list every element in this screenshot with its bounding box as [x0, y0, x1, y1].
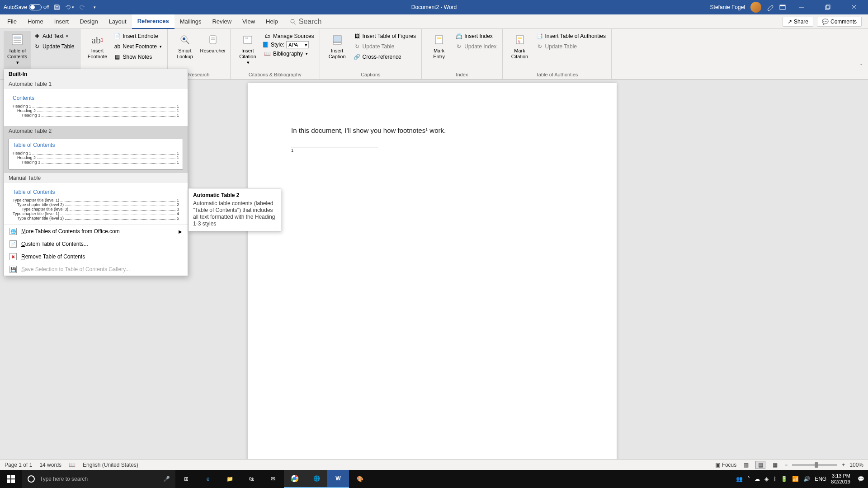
task-view-button[interactable]: ⊞ [175, 470, 197, 488]
update-toa-button[interactable]: ↻Update Table [534, 41, 608, 52]
tab-review[interactable]: Review [207, 14, 237, 29]
minimize-button[interactable] [791, 0, 812, 14]
focus-mode-button[interactable]: ▣ Focus [715, 462, 736, 468]
researcher-button[interactable]: Researcher [199, 31, 226, 71]
read-mode-button[interactable]: ▥ [741, 461, 751, 469]
collapse-ribbon-button[interactable]: ˄ [860, 63, 863, 70]
mark-entry-button[interactable]: Mark Entry [425, 31, 453, 71]
taskbar-word[interactable]: W [327, 470, 349, 488]
citation-style-select[interactable]: 📘 Style: APA▾ [262, 41, 316, 48]
page[interactable]: In this document, I'll show you how foot… [248, 83, 617, 488]
status-language[interactable]: English (United States) [83, 462, 138, 468]
tab-file[interactable]: File [2, 14, 22, 29]
taskbar-search[interactable]: Type here to search 🎤 [22, 470, 175, 488]
onedrive-icon[interactable]: ☁ [755, 476, 760, 482]
status-page[interactable]: Page 1 of 1 [5, 462, 32, 468]
dropbox-icon[interactable]: ◈ [764, 476, 769, 482]
redo-icon[interactable] [78, 3, 87, 12]
tray-chevron-icon[interactable]: ˄ [747, 476, 750, 482]
taskbar-search-placeholder: Type here to search [40, 476, 88, 482]
insert-footnote-button[interactable]: ab1 Insert Footnote [84, 31, 111, 71]
footnote-text[interactable]: 1 [291, 148, 573, 153]
undo-icon[interactable]: ▾ [65, 3, 74, 12]
insert-toa-button[interactable]: 📑Insert Table of Authorities [534, 31, 608, 41]
svg-rect-23 [437, 38, 441, 39]
next-footnote-button[interactable]: abNext Footnote▾ [112, 41, 164, 52]
bibliography-button[interactable]: 📖Bibliography▾ [262, 48, 316, 59]
taskbar-mail[interactable]: ✉ [262, 470, 284, 488]
mark-citation-button[interactable]: § Mark Citation [506, 31, 533, 71]
action-center-icon[interactable]: 💬 [858, 476, 864, 482]
zoom-out-button[interactable]: − [784, 462, 788, 468]
status-words[interactable]: 14 words [39, 462, 61, 468]
update-table-button[interactable]: ↻Update Table [32, 41, 76, 52]
share-button[interactable]: ↗Share [783, 17, 813, 27]
print-layout-button[interactable]: ▤ [755, 461, 765, 469]
dd-preview-manual: Table of Contents Type chapter title (le… [9, 186, 183, 221]
dd-option-manual[interactable]: Manual Table [4, 173, 188, 183]
save-icon[interactable] [52, 3, 61, 12]
mic-icon[interactable]: 🎤 [163, 476, 170, 482]
bluetooth-icon[interactable]: ᛒ [773, 476, 776, 482]
language-indicator[interactable]: ENG [815, 476, 826, 482]
user-name[interactable]: Stefanie Fogel [710, 4, 745, 10]
comments-button[interactable]: 💬Comments [817, 17, 862, 27]
tab-mailings[interactable]: Mailings [175, 14, 207, 29]
manage-sources-button[interactable]: 🗂Manage Sources [262, 31, 316, 41]
toc-preview-row: Heading 21 [13, 155, 179, 160]
maximize-button[interactable] [817, 0, 838, 14]
taskbar-paint[interactable]: 🎨 [349, 470, 371, 488]
taskbar-edge[interactable]: e [197, 470, 219, 488]
tab-design[interactable]: Design [74, 14, 103, 29]
smart-lookup-button[interactable]: Smart Lookup [171, 31, 198, 71]
close-button[interactable] [844, 0, 864, 14]
autosave-toggle[interactable]: AutoSave Off [4, 4, 49, 10]
zoom-level[interactable]: 100% [849, 462, 863, 468]
zoom-in-button[interactable]: + [842, 462, 845, 468]
dd-more-office[interactable]: 🌐 More Tables of Contents from Office.co… [4, 225, 188, 238]
user-avatar-icon[interactable] [750, 2, 761, 13]
qat-customize-icon[interactable]: ▾ [90, 3, 99, 12]
show-notes-button[interactable]: ▤Show Notes [112, 52, 164, 62]
taskbar-explorer[interactable]: 📁 [219, 470, 241, 488]
add-text-button[interactable]: ✚Add Text▾ [32, 31, 76, 41]
tab-references[interactable]: References [132, 14, 175, 29]
insert-citation-button[interactable]: " Insert Citation▾ [234, 31, 261, 71]
volume-icon[interactable]: 🔊 [803, 476, 810, 482]
start-button[interactable] [0, 470, 22, 488]
insert-endnote-button[interactable]: 📄Insert Endnote [112, 31, 164, 41]
insert-tof-button[interactable]: 🖼Insert Table of Figures [352, 31, 418, 41]
tab-home[interactable]: Home [22, 14, 49, 29]
dd-option-auto2[interactable]: Automatic Table 2 [4, 126, 188, 136]
web-layout-button[interactable]: ▦ [770, 461, 780, 469]
update-index-button[interactable]: ↻Update Index [453, 41, 498, 52]
taskbar-clock[interactable]: 3:13 PM 8/2/2019 [831, 473, 853, 485]
search-box[interactable]: Search [283, 18, 322, 26]
insert-caption-button[interactable]: Insert Caption [324, 31, 351, 71]
zoom-slider[interactable] [792, 464, 837, 466]
svg-line-6 [294, 23, 296, 24]
taskbar-store[interactable]: 🛍 [241, 470, 262, 488]
battery-icon[interactable]: 🔋 [781, 476, 788, 482]
dd-remove-toc[interactable]: ✖ Remove Table of Contents [4, 250, 188, 263]
drawing-mode-icon[interactable] [767, 4, 774, 11]
people-icon[interactable]: 👥 [736, 476, 743, 482]
update-tof-button[interactable]: ↻Update Table [352, 41, 418, 52]
tab-insert[interactable]: Insert [49, 14, 75, 29]
table-of-contents-button[interactable]: Table of Contents▾ [4, 31, 31, 71]
tab-help[interactable]: Help [260, 14, 283, 29]
body-text[interactable]: In this document, I'll show you how foot… [291, 127, 573, 134]
tab-layout[interactable]: Layout [104, 14, 132, 29]
style-value[interactable]: APA▾ [286, 41, 309, 48]
taskbar-app[interactable]: 🌐 [306, 470, 327, 488]
taskbar-chrome[interactable] [284, 470, 306, 488]
globe-icon: 🌐 [9, 228, 17, 235]
wifi-icon[interactable]: 📶 [792, 476, 799, 482]
ribbon-display-icon[interactable] [779, 5, 786, 10]
insert-index-button[interactable]: 📇Insert Index [453, 31, 498, 41]
dd-custom-toc[interactable]: 📄 Custom Table of Contents... [4, 238, 188, 250]
cross-reference-button[interactable]: 🔗Cross-reference [352, 52, 418, 62]
spellcheck-icon[interactable]: 📖 [69, 462, 75, 468]
dd-option-auto1[interactable]: Automatic Table 1 [4, 79, 188, 89]
tab-view[interactable]: View [237, 14, 260, 29]
